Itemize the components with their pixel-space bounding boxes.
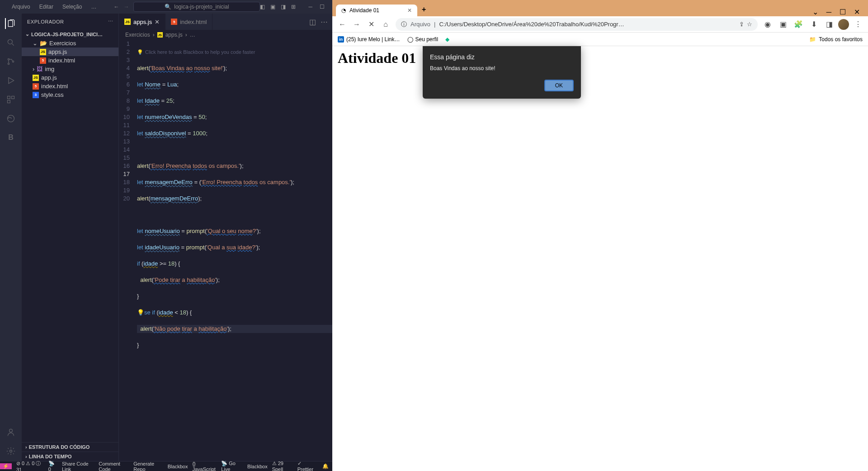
layout-secondary-icon[interactable]: ◨ xyxy=(281,4,286,10)
home-button[interactable]: ⌂ xyxy=(379,18,392,31)
new-tab-button[interactable]: + xyxy=(417,3,430,16)
status-golive[interactable]: 📡 Go Live xyxy=(221,461,243,471)
status-problems[interactable]: ⊘ 0 ⚠ 0 ⓘ 31 xyxy=(16,460,44,471)
remote-icon[interactable]: ⚡ xyxy=(0,463,12,469)
project-name: LOGICA-JS-PROJETO_INICI… xyxy=(31,32,103,37)
tree-file-apps-js[interactable]: JSapps.js xyxy=(22,48,118,56)
back-button[interactable]: ← xyxy=(336,18,349,31)
status-radio[interactable]: 📡 0 xyxy=(48,461,57,471)
bookmarks-all[interactable]: Todos os favoritos xyxy=(819,36,863,43)
tree-folder-img[interactable]: ›🖼img xyxy=(22,65,118,73)
tab-label: index.html xyxy=(180,19,207,25)
status-blackbox2[interactable]: Blackbox xyxy=(247,464,268,469)
status-spell[interactable]: ⚠ 29 Spell xyxy=(272,461,293,471)
forward-button[interactable]: → xyxy=(350,18,363,31)
sidebar-more-icon[interactable]: ⋯ xyxy=(108,19,113,24)
nav-back-icon[interactable]: ← xyxy=(113,4,119,10)
hint-text[interactable]: Click here to ask Blackbox to help you c… xyxy=(145,48,255,56)
tab-close-icon[interactable]: ✕ xyxy=(407,7,412,14)
info-icon[interactable]: ⓘ xyxy=(401,20,407,29)
code-content[interactable]: 💡Click here to ask Blackbox to help you … xyxy=(137,40,332,461)
profile-avatar[interactable] xyxy=(838,19,849,30)
breadcrumb-item[interactable]: apps.js xyxy=(165,32,183,38)
tab-favicon: ◔ xyxy=(341,7,346,14)
star-icon[interactable]: ☆ xyxy=(747,21,752,28)
explorer-icon[interactable] xyxy=(5,18,16,29)
tab-index-html[interactable]: 5 index.html xyxy=(165,14,212,30)
outline-section[interactable]: ›ESTRUTURA DO CÓDIGO xyxy=(22,442,118,452)
status-lang[interactable]: {} JavaScript xyxy=(192,461,217,471)
menu-more[interactable]: … xyxy=(87,2,100,12)
address-text: C:/Users/Desktop/OneDrive/Área%20de%20Tr… xyxy=(439,21,624,28)
account-icon[interactable] xyxy=(5,427,16,438)
dialog-ok-button[interactable]: OK xyxy=(544,80,574,91)
bulb-icon[interactable]: 💡 xyxy=(137,309,144,316)
side-panel-icon[interactable]: ◨ xyxy=(823,18,835,31)
breadcrumbs[interactable]: Exercicios › JS apps.js › … xyxy=(119,30,332,40)
debug-icon[interactable] xyxy=(5,75,16,86)
page-heading: Atividade 01 xyxy=(338,50,863,67)
minimize-icon[interactable]: ─ xyxy=(308,4,312,10)
timeline-section[interactable]: ›LINHA DO TEMPO xyxy=(22,452,118,461)
nav-forward-icon[interactable]: → xyxy=(123,4,129,10)
tab-close-icon[interactable]: ✕ xyxy=(155,19,160,25)
bookmark-github[interactable]: ◯ Seu perfil xyxy=(407,36,439,43)
ext-icon-1[interactable]: ◉ xyxy=(761,18,774,31)
bookmark-linkedin[interactable]: in (25) Iure Melo | Link… xyxy=(338,36,400,43)
menu-arquivo[interactable]: Arquivo xyxy=(8,2,34,12)
browser-tab[interactable]: ◔ Atividade 01 ✕ xyxy=(336,5,417,16)
settings-icon[interactable] xyxy=(5,446,16,457)
layout-primary-icon[interactable]: ◧ xyxy=(260,4,265,10)
activity-bar: B xyxy=(0,14,22,461)
tab-more-icon[interactable]: ⋯ xyxy=(321,18,328,26)
browser-menu-icon[interactable]: ⋮ xyxy=(852,18,864,31)
stop-button[interactable]: ✕ xyxy=(365,18,377,31)
share-icon[interactable]: ⇪ xyxy=(739,21,744,28)
code-editor[interactable]: 1234567891011121314151617181920 💡Click h… xyxy=(119,40,332,461)
tree-file-index-html[interactable]: 5index.html xyxy=(22,56,118,65)
status-prettier[interactable]: ✓ Prettier xyxy=(297,461,316,471)
tree-label: app.js xyxy=(41,74,57,81)
b-icon[interactable]: B xyxy=(5,132,16,143)
maximize-icon[interactable]: ☐ xyxy=(320,4,325,10)
status-share[interactable]: Share Code Link xyxy=(62,461,94,471)
status-comment[interactable]: Comment Code xyxy=(99,461,129,471)
chevron-down-icon[interactable]: ⌄ xyxy=(812,8,818,16)
status-generate[interactable]: Generate Repo xyxy=(133,461,163,471)
address-bar[interactable]: ⓘ Arquivo | C:/Users/Desktop/OneDrive/Ár… xyxy=(396,18,758,31)
section-label: LINHA DO TEMPO xyxy=(29,454,72,459)
browser-toolbar: ← → ✕ ⌂ ⓘ Arquivo | C:/Users/Desktop/One… xyxy=(332,16,868,33)
extensions-icon[interactable] xyxy=(5,94,16,105)
split-editor-icon[interactable]: ◫ xyxy=(309,18,316,26)
browser-window: ◔ Atividade 01 ✕ + ⌄ ─ ☐ ✕ ← → ✕ ⌂ ⓘ Arq… xyxy=(332,0,868,471)
download-icon[interactable]: ⬇ xyxy=(807,18,820,31)
tree-folder-exercicios[interactable]: ⌄📂Exercicios xyxy=(22,39,118,48)
edge-icon[interactable] xyxy=(5,113,16,124)
breadcrumb-item[interactable]: … xyxy=(190,32,195,38)
status-blackbox1[interactable]: Blackbox xyxy=(168,464,188,469)
tree-file-style-css[interactable]: 3style.css xyxy=(22,90,118,99)
ext-icon-2[interactable]: ▣ xyxy=(777,18,789,31)
sidebar-header: EXPLORADOR ⋯ xyxy=(22,14,118,29)
menu-editar[interactable]: Editar xyxy=(36,2,57,12)
bookmark-more[interactable]: ◆ xyxy=(445,36,449,43)
project-root[interactable]: ⌄ LOGICA-JS-PROJETO_INICI… xyxy=(22,29,118,39)
search-activity-icon[interactable] xyxy=(5,37,16,48)
extensions-puzzle-icon[interactable]: 🧩 xyxy=(792,18,805,31)
css-icon: 3 xyxy=(33,92,39,98)
close-icon[interactable]: ✕ xyxy=(854,8,860,16)
layout-custom-icon[interactable]: ⊞ xyxy=(291,4,296,10)
tree-file-app-js[interactable]: JSapp.js xyxy=(22,73,118,82)
tab-apps-js[interactable]: JS apps.js ✕ xyxy=(119,14,165,30)
maximize-icon[interactable]: ☐ xyxy=(840,8,846,16)
status-bell-icon[interactable]: 🔔 xyxy=(322,463,329,469)
chevron-right-icon: › xyxy=(25,454,27,459)
command-center[interactable]: 🔍 logica-js-projeto_inicial xyxy=(133,2,260,12)
tree-file-index-html-root[interactable]: 5index.html xyxy=(22,82,118,90)
breadcrumb-item[interactable]: Exercicios xyxy=(125,32,150,38)
js-icon: JS xyxy=(157,32,163,38)
menu-selecao[interactable]: Seleção xyxy=(59,2,85,12)
layout-panel-icon[interactable]: ▣ xyxy=(270,4,275,10)
minimize-icon[interactable]: ─ xyxy=(826,8,831,16)
source-control-icon[interactable] xyxy=(5,56,16,67)
